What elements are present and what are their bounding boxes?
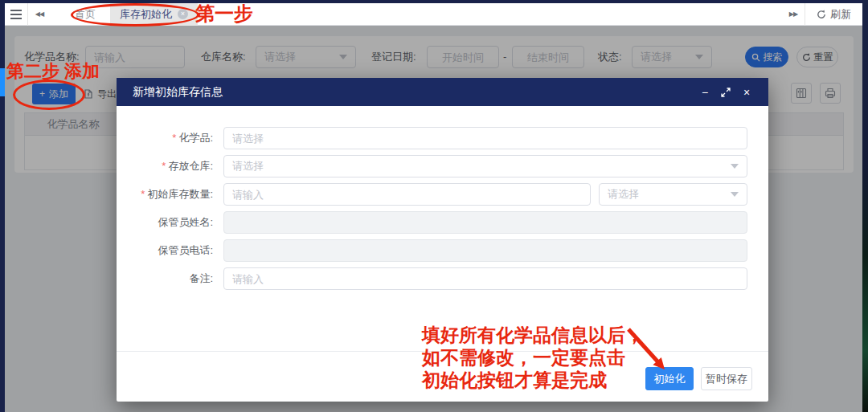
step2-highlight-ellipse	[13, 80, 85, 110]
remarks-label: 备注:	[117, 267, 213, 290]
remarks-input[interactable]	[223, 267, 747, 290]
keeper-phone-input	[223, 239, 747, 262]
keeper-phone-field	[223, 239, 747, 262]
right-frame	[862, 0, 868, 412]
scroll-tabs-left-button[interactable]: ◀◀	[28, 3, 51, 26]
unit-select[interactable]: 请选择	[599, 183, 747, 206]
note-line-1: 填好所有化学品信息以后，	[422, 324, 644, 346]
hamburger-menu-button[interactable]	[5, 3, 27, 26]
storage-warehouse-placeholder: 请选择	[232, 159, 731, 173]
keeper-name-input	[223, 211, 747, 234]
warehouse-field-label: *存放仓库:	[117, 155, 213, 177]
chevron-down-icon	[731, 192, 739, 197]
double-right-arrow-icon: ▶▶	[789, 10, 797, 18]
keeper-name-field	[223, 211, 747, 234]
note-line-3: 初始化按钮才算是完成	[422, 369, 644, 391]
note-annotation: 填好所有化学品信息以后， 如不需修改，一定要点击 初始化按钮才算是完成	[422, 324, 644, 391]
keeper-name-label: 保管员姓名:	[117, 211, 213, 234]
modal-header[interactable]: 新增初始库存信息 − ×	[117, 78, 768, 106]
required-mark: *	[162, 160, 166, 172]
annotation-arrow-icon	[619, 325, 675, 373]
hamburger-icon	[10, 10, 22, 19]
chemical-field	[223, 127, 747, 149]
quantity-input[interactable]	[223, 183, 591, 206]
temp-save-button[interactable]: 暂时保存	[701, 367, 752, 390]
chemical-field-label: *化学品:	[117, 127, 213, 149]
required-mark: *	[141, 188, 145, 200]
refresh-icon	[817, 10, 826, 19]
required-mark: *	[172, 132, 176, 144]
app-screen: ◀◀ 首页 库存初始化 × ▶▶ 刷新 化学品名称: 仓库名称: 请选择	[0, 0, 868, 412]
remarks-field	[223, 267, 747, 290]
refresh-label: 刷新	[830, 7, 851, 22]
quantity-field	[223, 183, 591, 206]
double-left-arrow-icon: ◀◀	[35, 10, 43, 18]
modal-title: 新增初始库存信息	[133, 85, 693, 100]
close-icon[interactable]: ×	[738, 84, 755, 101]
chemical-input[interactable]	[223, 127, 747, 149]
quantity-field-label: *初始库存数量:	[117, 183, 213, 206]
scroll-tabs-right-button[interactable]: ▶▶	[782, 3, 805, 26]
keeper-phone-label: 保管员电话:	[117, 239, 213, 262]
step1-highlight-ellipse	[71, 3, 199, 27]
step1-annotation: 第一步	[195, 2, 253, 26]
chevron-down-icon	[731, 164, 739, 169]
unit-select-placeholder: 请选择	[608, 187, 731, 202]
maximize-icon[interactable]	[717, 84, 735, 101]
refresh-button[interactable]: 刷新	[805, 7, 862, 22]
note-line-2: 如不需修改，一定要点击	[422, 346, 644, 369]
storage-warehouse-select[interactable]: 请选择	[223, 155, 747, 177]
minimize-icon[interactable]: −	[696, 84, 714, 101]
